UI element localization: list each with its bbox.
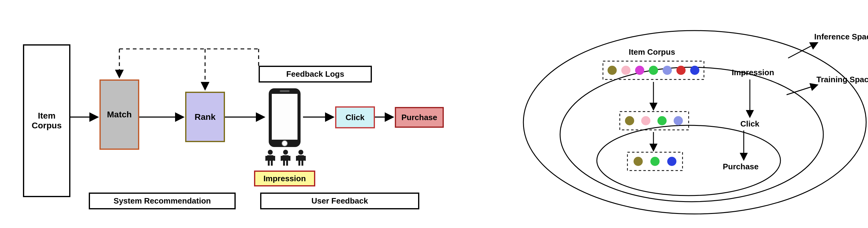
svg-rect-18 xyxy=(299,161,300,166)
svg-rect-36 xyxy=(603,61,704,79)
svg-point-42 xyxy=(649,66,658,75)
item-corpus-box: Item Corpus xyxy=(23,44,70,197)
rank-box: Rank xyxy=(185,92,225,142)
right-impression-label: Impression xyxy=(716,68,789,77)
svg-rect-21 xyxy=(304,156,306,161)
svg-point-10 xyxy=(283,150,288,155)
svg-rect-7 xyxy=(271,161,273,166)
svg-point-46 xyxy=(625,116,634,125)
svg-point-48 xyxy=(657,116,666,125)
diagram-canvas: Item Corpus Match Rank Feedback Logs Cli… xyxy=(0,0,868,228)
system-recommendation-box: System Recommendation xyxy=(89,193,236,210)
svg-point-39 xyxy=(608,66,617,75)
right-item-corpus-label: Item Corpus xyxy=(612,47,692,57)
svg-line-35 xyxy=(786,85,817,95)
svg-point-41 xyxy=(635,66,644,75)
svg-point-45 xyxy=(690,66,700,75)
svg-point-50 xyxy=(633,157,643,166)
svg-rect-5 xyxy=(267,155,274,161)
svg-rect-13 xyxy=(286,161,288,166)
svg-point-40 xyxy=(621,66,630,75)
svg-rect-15 xyxy=(289,156,290,161)
svg-rect-1 xyxy=(272,94,298,140)
people-icons xyxy=(262,149,309,167)
svg-rect-12 xyxy=(283,161,285,166)
user-feedback-box: User Feedback xyxy=(260,193,419,210)
match-box: Match xyxy=(99,79,139,150)
impression-box: Impression xyxy=(254,170,315,186)
svg-point-43 xyxy=(663,66,672,75)
svg-rect-20 xyxy=(296,156,298,161)
svg-rect-2 xyxy=(280,90,289,92)
svg-point-3 xyxy=(282,141,287,146)
purchase-box: Purchase xyxy=(395,107,444,128)
svg-point-16 xyxy=(299,150,303,155)
training-space-label: Training Space xyxy=(805,75,868,84)
right-click-label: Click xyxy=(713,119,786,129)
svg-point-49 xyxy=(674,116,683,125)
svg-point-31 xyxy=(523,31,866,214)
svg-rect-11 xyxy=(282,155,289,161)
right-purchase-label: Purchase xyxy=(704,162,777,172)
feedback-logs-box: Feedback Logs xyxy=(259,66,372,82)
svg-rect-9 xyxy=(274,156,275,161)
inference-space-label: Inference Space xyxy=(805,32,868,42)
svg-point-44 xyxy=(676,66,686,75)
svg-rect-8 xyxy=(266,156,267,161)
svg-rect-6 xyxy=(268,161,270,166)
svg-point-32 xyxy=(560,67,823,202)
svg-rect-14 xyxy=(281,156,282,161)
svg-point-4 xyxy=(268,150,273,155)
phone-icon xyxy=(266,87,303,148)
svg-point-51 xyxy=(650,157,659,166)
svg-point-52 xyxy=(667,157,676,166)
svg-point-47 xyxy=(641,116,650,125)
svg-rect-17 xyxy=(298,155,304,161)
click-box: Click xyxy=(335,106,375,128)
svg-rect-19 xyxy=(302,161,303,166)
svg-line-34 xyxy=(788,43,817,58)
svg-point-33 xyxy=(597,125,780,196)
svg-rect-38 xyxy=(627,152,683,170)
svg-rect-37 xyxy=(620,112,689,130)
